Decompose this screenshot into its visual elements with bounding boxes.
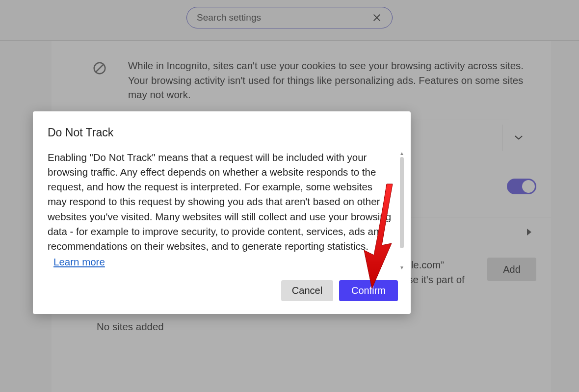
learn-more-link[interactable]: Learn more: [53, 255, 105, 269]
dialog-footer: Cancel Confirm: [48, 280, 406, 301]
do-not-track-dialog: Do Not Track Enabling "Do Not Track" mea…: [33, 111, 411, 314]
scrollbar-track[interactable]: [400, 157, 404, 264]
dialog-body: Enabling "Do Not Track" means that a req…: [48, 150, 394, 271]
scroll-up-icon[interactable]: ▲: [399, 151, 404, 156]
confirm-button[interactable]: Confirm: [339, 280, 398, 301]
dialog-body-wrap: Enabling "Do Not Track" means that a req…: [48, 150, 406, 271]
cancel-button[interactable]: Cancel: [281, 280, 333, 301]
scrollbar[interactable]: ▲ ▼: [398, 150, 406, 271]
scroll-down-icon[interactable]: ▼: [399, 265, 404, 270]
dialog-title: Do Not Track: [48, 126, 406, 139]
scrollbar-thumb[interactable]: [400, 157, 404, 248]
dialog-body-text: Enabling "Do Not Track" means that a req…: [48, 152, 391, 252]
